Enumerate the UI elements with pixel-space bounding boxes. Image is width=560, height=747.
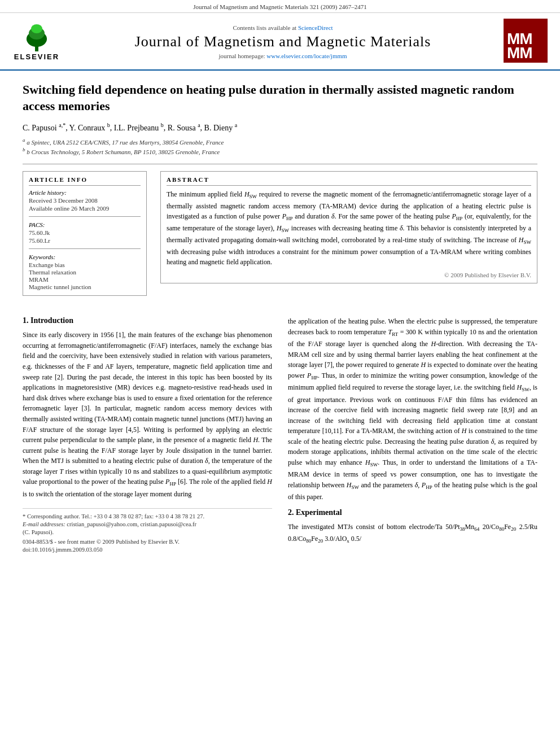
experimental-para-1: The investigated MTJs consist of bottom … (288, 522, 537, 546)
journal-header-center: Contents lists available at ScienceDirec… (68, 24, 498, 59)
experimental-title: 2. Experimental (288, 508, 537, 517)
info-divider-1 (29, 216, 141, 217)
svg-point-3 (31, 24, 42, 33)
intro-para-1: Since its early discovery in 1956 [1], t… (23, 330, 272, 499)
keyword-3: MRAM (29, 276, 141, 283)
journal-reference-text: Journal of Magnetism and Magnetic Materi… (193, 3, 366, 10)
footer-notes: * Corresponding author. Tel.: +33 0 4 38… (23, 508, 272, 553)
doi-note: doi:10.1016/j.jmmm.2009.03.050 (23, 547, 272, 553)
body-right-column: the application of the heating pulse. Wh… (288, 306, 537, 554)
homepage-line: journal homepage: www.elsevier.com/locat… (68, 53, 498, 59)
keywords-label: Keywords: (29, 254, 141, 260)
elsevier-logo: ELSEVIER (11, 23, 62, 61)
homepage-label: journal homepage: (218, 53, 265, 59)
article-title: Switching field dependence on heating pu… (23, 82, 537, 114)
svg-point-6 (30, 33, 32, 36)
homepage-link[interactable]: www.elsevier.com/locate/jmmm (266, 53, 347, 59)
article-info-box: ARTICLE INFO Article history: Received 3… (23, 171, 147, 296)
info-abstract-columns: ARTICLE INFO Article history: Received 3… (23, 171, 537, 296)
intro-para-right-1: the application of the heating pulse. Wh… (288, 316, 537, 503)
corresponding-author-note: * Corresponding author. Tel.: +33 0 4 38… (23, 513, 272, 519)
journal-m-logo-icon: MM MM (504, 19, 548, 63)
affiliations: a a Spintec, URA 2512 CEA/CNRS, 17 rue d… (23, 137, 537, 155)
introduction-title: 1. Introduction (23, 316, 272, 325)
main-content: Switching field dependence on heating pu… (0, 71, 560, 566)
history-label: Article history: (29, 189, 141, 196)
intro-continuation: the application of the heating pulse. Wh… (288, 316, 537, 545)
available-date: Available online 26 March 2009 (29, 205, 141, 212)
authors-text: C. Papusoi a,*, Y. Conraux b, I.L. Prejb… (23, 124, 237, 132)
abstract-heading: ABSTRACT (167, 176, 531, 186)
svg-point-7 (41, 33, 43, 36)
body-columns: 1. Introduction Since its early discover… (23, 306, 537, 554)
journal-header: ELSEVIER Contents lists available at Sci… (0, 13, 560, 71)
keyword-1: Exchange bias (29, 261, 141, 268)
svg-point-5 (43, 37, 47, 41)
pacs-1: 75.60.Jk (29, 229, 141, 236)
pacs-2: 75.60.Lr (29, 237, 141, 244)
abstract-text: The minimum applied field HSW required t… (167, 189, 531, 267)
affiliation-b: b b Crocus Technology, 5 Robert Schumann… (23, 147, 537, 155)
section-divider (23, 164, 537, 164)
abstract-column: ABSTRACT The minimum applied field HSW r… (160, 171, 537, 296)
email-note: E-mail addresses: cristian_papusoi@yahoo… (23, 521, 272, 527)
keywords-list: Exchange bias Thermal relaxation MRAM Ma… (29, 261, 141, 290)
contents-line: Contents lists available at ScienceDirec… (68, 24, 498, 31)
elsevier-tree-icon (17, 23, 56, 53)
affiliation-a: a a Spintec, URA 2512 CEA/CNRS, 17 rue d… (23, 137, 537, 146)
info-divider-2 (29, 248, 141, 249)
journal-reference-bar: Journal of Magnetism and Magnetic Materi… (0, 0, 560, 13)
svg-point-4 (27, 37, 30, 41)
journal-logo: MM MM (504, 19, 549, 65)
elsevier-text-label: ELSEVIER (14, 53, 59, 61)
sciencedirect-link[interactable]: ScienceDirect (298, 24, 333, 31)
abstract-box: ABSTRACT The minimum applied field HSW r… (160, 171, 537, 283)
copyright-text: © 2009 Published by Elsevier B.V. (167, 272, 531, 278)
issn-note: 0304-8853/$ - see front matter © 2009 Pu… (23, 539, 272, 545)
pacs-label: PACS: (29, 221, 141, 228)
authors-line: C. Papusoi a,*, Y. Conraux b, I.L. Prejb… (23, 122, 537, 133)
email-name-note: (C. Papusoi). (23, 529, 272, 535)
introduction-section: 1. Introduction Since its early discover… (23, 316, 272, 499)
body-left-column: 1. Introduction Since its early discover… (23, 306, 272, 554)
svg-text:MM: MM (507, 44, 532, 62)
article-info-heading: ARTICLE INFO (29, 176, 141, 186)
journal-title: Journal of Magnetism and Magnetic Materi… (68, 33, 498, 50)
received-date: Received 3 December 2008 (29, 197, 141, 204)
article-info-column: ARTICLE INFO Article history: Received 3… (23, 171, 147, 296)
keyword-4: Magnetic tunnel junction (29, 283, 141, 290)
keyword-2: Thermal relaxation (29, 269, 141, 276)
